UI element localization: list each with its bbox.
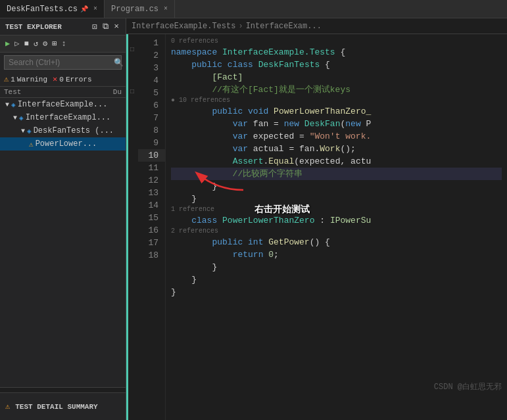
code-line-1: namespace InterfaceExample.Tests { (171, 46, 502, 58)
tree-item-0[interactable]: ▼ ◈ InterfaceExample... (0, 98, 126, 111)
panel-header: Test Explorer ⊡ ⧉ × (0, 18, 126, 35)
error-label: Errors (66, 76, 92, 83)
green-bar (126, 34, 128, 420)
linenum-8: 8 (138, 124, 165, 137)
error-icon: ✕ (53, 74, 57, 84)
error-item[interactable]: ✕ 0 Errors (53, 74, 91, 84)
test-toolbar: ▶ ▷ ■ ↺ ⚙ ⊞ ↕ (0, 35, 126, 53)
panel-icons: ⊡ ⧉ × (91, 21, 120, 33)
search-input[interactable] (5, 58, 111, 67)
linenum-14: 14 (138, 199, 165, 212)
linenum-1: 1 (138, 37, 165, 49)
code-line-16: } (171, 261, 502, 273)
warning-item[interactable]: ⚠ 1 Warning (4, 74, 47, 84)
code-line-7: var expected = "Won't work. (171, 130, 502, 143)
main-area: Test Explorer ⊡ ⧉ × ▶ ▷ ■ ↺ ⚙ ⊞ ↕ 🔍 ⚠ 1 … (0, 18, 507, 420)
code-line-4: //有这个[Fact]就是一个测试keys (171, 83, 502, 96)
warn-icon-3: ⚠ (29, 140, 34, 149)
linenum-11: 11 (138, 162, 165, 174)
bottom-warn-icon: ⚠ (5, 402, 10, 411)
close-panel-icon[interactable]: × (112, 21, 120, 32)
linenum-10: 10 (138, 149, 165, 162)
linenum-18: 18 (138, 249, 165, 262)
linenum-12: 12 (138, 174, 165, 187)
tab-program[interactable]: Program.cs × (105, 0, 175, 18)
panel-title: Test Explorer (5, 23, 62, 31)
ref-line-1: 0 references (171, 37, 502, 46)
test-col: Test (4, 88, 21, 96)
float-icon[interactable]: ⧉ (101, 21, 110, 32)
gutter: □ □ (126, 34, 138, 420)
code-line-18: } (171, 286, 502, 298)
run-all-btn[interactable]: ▶ (4, 37, 11, 50)
linenum-16: 16 (138, 224, 165, 237)
linenum-2: 2 (138, 49, 165, 62)
ref-line-13: 1 reference (171, 205, 502, 214)
line-numbers: 1 2 3 4 5 6 7 8 9 10 11 12 13 14 15 16 1 (138, 34, 166, 420)
code-line-5: public void PowerLowerThanZero_ (171, 105, 502, 118)
bottom-panel: ⚠ Test Detail Summary (0, 392, 126, 420)
tree-area: ▼ ◈ InterfaceExample... ▼ ◈ InterfaceExa… (0, 98, 126, 387)
tree-item-3[interactable]: ⚠ PowerLower... (0, 137, 126, 151)
tree-item-1[interactable]: ▼ ◈ InterfaceExampl... (0, 111, 126, 124)
pin-icon: 📌 (80, 5, 88, 13)
tab-label-2: Program.cs (111, 5, 158, 14)
warning-label: Warning (17, 76, 47, 83)
tree-label-1: InterfaceExampl... (26, 113, 111, 122)
chevron-icon-2: ▼ (21, 128, 25, 135)
code-line-15: return 0; (171, 248, 502, 261)
linenum-3: 3 (138, 62, 165, 74)
warning-bar: ⚠ 1 Warning ✕ 0 Errors (0, 72, 126, 87)
linenum-15: 15 (138, 212, 165, 224)
tab-bar: DeskFanTests.cs 📌 × Program.cs × (0, 0, 507, 18)
diamond-icon-2: ◈ (27, 127, 32, 135)
duration-col: Du (113, 88, 122, 96)
tab-close-btn-2[interactable]: × (164, 5, 168, 12)
breadcrumb-class: InterfaceExam... (246, 22, 322, 31)
ref-line-14: 2 references (171, 227, 502, 236)
code-line-17: } (171, 273, 502, 286)
chevron-icon-0: ▼ (5, 101, 9, 108)
code-line-9: Assert.Equal(expected, actu (171, 155, 502, 168)
code-area[interactable]: 0 references namespace InterfaceExample.… (166, 34, 507, 420)
stop-btn[interactable]: ■ (22, 38, 30, 50)
ref-line-5: ● 10 references (171, 96, 502, 105)
linenum-6: 6 (138, 99, 165, 112)
code-line-2: public class DeskFanTests { (171, 58, 502, 71)
editor-wrap: □ □ 1 2 3 4 5 6 7 8 9 10 11 1 (126, 34, 507, 420)
sort-btn[interactable]: ↕ (60, 38, 67, 50)
tree-label-2: DeskFanTests (... (34, 126, 114, 135)
left-panel: Test Explorer ⊡ ⧉ × ▶ ▷ ■ ↺ ⚙ ⊞ ↕ 🔍 ⚠ 1 … (0, 18, 126, 420)
config-btn[interactable]: ⚙ (41, 37, 49, 50)
linenum-17: 17 (138, 237, 165, 249)
code-line-8: var actual = fan.Work(); (171, 143, 502, 155)
search-icon: 🔍 (111, 58, 126, 68)
warning-icon: ⚠ (4, 74, 9, 84)
code-line-12: } (171, 193, 502, 205)
linenum-5: 5 (138, 87, 165, 99)
tree-label-3: PowerLower... (36, 139, 97, 149)
editor-container: □ □ 1 2 3 4 5 6 7 8 9 10 11 1 (126, 34, 507, 420)
refresh-btn[interactable]: ↺ (32, 37, 39, 50)
test-column-header: Test Du (0, 87, 126, 98)
breadcrumb-sep: › (238, 22, 243, 31)
search-bar: 🔍 (4, 55, 122, 70)
breadcrumb-ns: InterfaceExample.Tests (132, 22, 235, 31)
linenum-9: 9 (138, 137, 165, 149)
breadcrumb-bar: InterfaceExample.Tests › InterfaceExam..… (126, 18, 507, 34)
chevron-icon-1: ▼ (13, 114, 17, 122)
linenum-13: 13 (138, 187, 165, 199)
tab-deskfantests[interactable]: DeskFanTests.cs 📌 × (0, 0, 105, 18)
code-line-6: var fan = new DeskFan(new P (171, 118, 502, 130)
run-btn-2[interactable]: ▷ (13, 37, 20, 50)
tab-close-btn[interactable]: × (93, 5, 97, 12)
horizontal-scrollbar[interactable] (0, 387, 126, 392)
diamond-icon-0: ◈ (11, 101, 16, 109)
dock-icon[interactable]: ⊡ (91, 21, 99, 33)
code-line-3: [Fact] (171, 71, 502, 83)
tab-label: DeskFanTests.cs (7, 5, 78, 14)
code-line-14: public int GetPower() { (171, 236, 502, 248)
tree-item-2[interactable]: ▼ ◈ DeskFanTests (... (0, 124, 126, 137)
linenum-4: 4 (138, 74, 165, 87)
filter-btn[interactable]: ⊞ (51, 37, 58, 50)
